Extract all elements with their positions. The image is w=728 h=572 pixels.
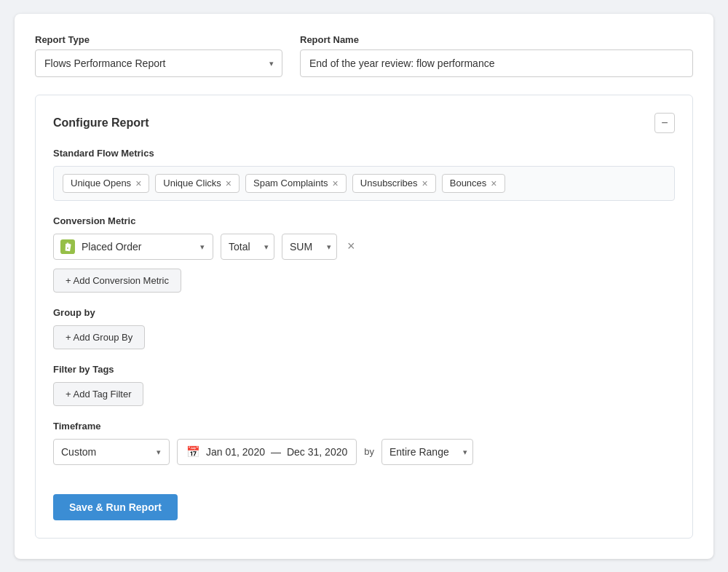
calendar-icon: 📅	[186, 445, 200, 458]
configure-header: Configure Report −	[53, 113, 675, 133]
configure-title: Configure Report	[53, 116, 149, 130]
metric-tag-spam-complaints: Spam Complaints ×	[245, 174, 347, 193]
metric-tag-remove-unsubscribes[interactable]: ×	[422, 178, 428, 189]
timeframe-label: Timeframe	[53, 421, 675, 432]
save-run-report-label: Save & Run Report	[69, 501, 162, 513]
by-label: by	[364, 446, 374, 457]
entire-range-select[interactable]: Entire RangeDailyWeeklyMonthly	[381, 439, 473, 465]
metric-tag-bounces: Bounces ×	[442, 174, 505, 193]
placed-order-select-wrapper: Placed Order ▾	[53, 234, 213, 260]
metric-tag-unsubscribes: Unsubscribes ×	[352, 174, 436, 193]
metric-tag-label: Unique Clicks	[163, 178, 221, 188]
date-to: Dec 31, 2020	[287, 446, 347, 458]
timeframe-select-wrapper: CustomLast 30 DaysLast 90 DaysThis YearL…	[53, 439, 170, 465]
configure-section: Configure Report − Standard Flow Metrics…	[35, 95, 693, 539]
top-row: Report Type Flows Performance ReportCamp…	[35, 34, 693, 77]
conversion-metric-label: Conversion Metric	[53, 215, 675, 226]
metric-tag-remove-unique-opens[interactable]: ×	[135, 178, 141, 189]
metric-tag-label: Unique Opens	[71, 178, 131, 188]
report-type-label: Report Type	[35, 34, 282, 45]
collapse-button[interactable]: −	[654, 113, 675, 133]
add-group-by-button[interactable]: + Add Group By	[53, 325, 145, 349]
collapse-icon: −	[661, 116, 668, 130]
group-by-label: Group by	[53, 307, 675, 318]
add-conversion-metric-label: + Add Conversion Metric	[66, 275, 169, 286]
page-wrapper: Report Type Flows Performance ReportCamp…	[15, 14, 713, 559]
metric-tag-label: Bounces	[450, 178, 487, 188]
filter-by-tags-label: Filter by Tags	[53, 364, 675, 375]
conversion-metric-section: Conversion Metric Placed Order ▾ Total ▾…	[53, 215, 675, 293]
metric-tag-unique-opens: Unique Opens ×	[63, 174, 149, 193]
sum-select-wrapper: SUM ▾	[282, 234, 337, 260]
date-dash: —	[271, 446, 281, 458]
report-name-label: Report Name	[300, 34, 693, 45]
report-type-group: Report Type Flows Performance ReportCamp…	[35, 34, 282, 77]
standard-flow-metrics-label: Standard Flow Metrics	[53, 148, 675, 159]
save-run-report-button[interactable]: Save & Run Report	[53, 494, 178, 520]
remove-conversion-button[interactable]: ×	[344, 239, 358, 254]
timeframe-row: CustomLast 30 DaysLast 90 DaysThis YearL…	[53, 439, 675, 465]
report-name-input[interactable]	[300, 49, 693, 77]
total-select-wrapper: Total ▾	[221, 234, 274, 260]
metric-tag-remove-spam-complaints[interactable]: ×	[333, 178, 339, 189]
date-range-box[interactable]: 📅 Jan 01, 2020 — Dec 31, 2020	[177, 439, 357, 465]
date-from: Jan 01, 2020	[206, 446, 265, 458]
shopify-icon	[60, 239, 75, 254]
group-by-section: Group by + Add Group By	[53, 307, 675, 349]
timeframe-select[interactable]: CustomLast 30 DaysLast 90 DaysThis YearL…	[53, 439, 170, 465]
standard-flow-metrics-section: Standard Flow Metrics Unique Opens × Uni…	[53, 148, 675, 201]
total-select[interactable]: Total	[221, 234, 274, 260]
metric-tag-label: Spam Complaints	[253, 178, 328, 188]
metrics-area: Unique Opens × Unique Clicks × Spam Comp…	[53, 166, 675, 201]
metric-tag-unique-clicks: Unique Clicks ×	[155, 174, 240, 193]
metric-tag-remove-bounces[interactable]: ×	[491, 178, 496, 189]
add-tag-filter-button[interactable]: + Add Tag Filter	[53, 382, 143, 406]
report-name-group: Report Name	[300, 34, 693, 77]
add-conversion-metric-button[interactable]: + Add Conversion Metric	[53, 269, 181, 293]
conversion-row: Placed Order ▾ Total ▾ SUM ▾ ×	[53, 234, 675, 260]
timeframe-section: Timeframe CustomLast 30 DaysLast 90 Days…	[53, 421, 675, 465]
entire-range-select-wrapper: Entire RangeDailyWeeklyMonthly ▾	[381, 439, 473, 465]
sum-select[interactable]: SUM	[282, 234, 337, 260]
report-type-select[interactable]: Flows Performance ReportCampaign Perform…	[35, 49, 282, 77]
add-group-by-label: + Add Group By	[66, 332, 132, 343]
add-tag-filter-label: + Add Tag Filter	[66, 389, 131, 400]
filter-by-tags-section: Filter by Tags + Add Tag Filter	[53, 364, 675, 406]
report-type-select-wrapper: Flows Performance ReportCampaign Perform…	[35, 49, 282, 77]
metric-tag-remove-unique-clicks[interactable]: ×	[226, 178, 232, 189]
placed-order-select[interactable]: Placed Order	[53, 234, 213, 260]
metric-tag-label: Unsubscribes	[360, 178, 418, 188]
